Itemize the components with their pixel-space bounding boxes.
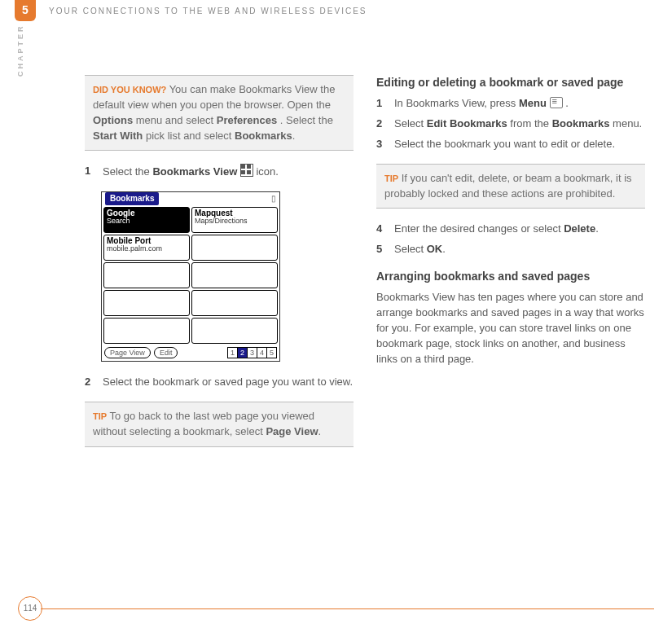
step-number: 3 [376, 137, 394, 152]
right-steps-2: 4 Enter the desired changes or select De… [376, 222, 645, 257]
step-text: from the [510, 117, 551, 130]
left-steps: 1 Select the Bookmarks View icon. [85, 164, 354, 180]
bookmark-cell: Google Search [103, 207, 190, 233]
step-text: menu. [613, 117, 642, 130]
left-steps-2: 2 Select the bookmark or saved page you … [85, 375, 354, 390]
content-columns: DID YOU KNOW? You can make Bookmarks Vie… [85, 75, 647, 460]
bookmark-cell [191, 235, 278, 261]
menu-icon [550, 97, 563, 108]
left-column: DID YOU KNOW? You can make Bookmarks Vie… [85, 75, 354, 460]
step-number: 2 [376, 116, 394, 132]
chapter-number-badge: 5 [15, 0, 36, 21]
step-bold: Delete [564, 222, 595, 235]
bookmarks-view-icon [240, 164, 253, 177]
step-text: Select [394, 117, 427, 130]
bookmark-cell: Mobile Port mobile.palm.com [103, 235, 190, 261]
right-column: Editing or deleting a bookmark or saved … [376, 75, 645, 460]
callout-tag: TIP [384, 174, 398, 183]
device-button-pageview: Page View [104, 347, 151, 358]
step-bold: Bookmarks [552, 117, 610, 130]
body-paragraph: Bookmarks View has ten pages where you c… [376, 290, 645, 367]
footer-rule [41, 608, 654, 609]
step-text: Select the bookmark or saved page you wa… [103, 375, 353, 390]
bookmark-cell [191, 318, 278, 344]
step-text: Select [394, 243, 427, 255]
bookmark-cell [103, 318, 190, 344]
callout-tag: DID YOU KNOW? [93, 85, 166, 94]
device-frame: Bookmarks ▯ Google Search Mapquest Maps/… [101, 191, 280, 362]
bookmark-cell [103, 290, 190, 316]
step-text: icon. [256, 165, 278, 178]
callout-text-3: . Select the [280, 114, 333, 126]
page: 5 CHAPTER YOUR CONNECTIONS TO THE WEB AN… [0, 0, 672, 637]
step-number: 2 [85, 375, 103, 390]
callout-tag: TIP [93, 411, 107, 421]
device-bookmark-grid: Google Search Mapquest Maps/Directions M… [102, 205, 279, 345]
step-number: 1 [376, 96, 394, 112]
step-text: Select the [103, 165, 152, 178]
right-steps: 1 In Bookmarks View, press Menu . 2 Sele… [376, 96, 645, 152]
callout-bold-4: Bookmarks [235, 130, 292, 142]
list-item: 1 Select the Bookmarks View icon. [85, 164, 354, 180]
step-text: Enter the desired changes or select [394, 222, 564, 235]
tip-callout: TIP To go back to the last web page you … [85, 402, 354, 447]
step-number: 4 [376, 222, 394, 237]
step-bold: Edit Bookmarks [427, 117, 507, 130]
step-bold: Menu [519, 97, 550, 109]
device-title: Bookmarks [105, 192, 159, 206]
step-number: 1 [85, 164, 103, 180]
subhead-editing: Editing or deleting a bookmark or saved … [376, 75, 645, 90]
callout-text-4: pick list and select [146, 130, 235, 142]
list-item: 4 Enter the desired changes or select De… [376, 222, 645, 237]
battery-icon: ▯ [271, 193, 276, 205]
list-item: 5 Select OK. [376, 242, 645, 257]
subhead-arranging: Arranging bookmarks and saved pages [376, 269, 645, 283]
bookmark-cell [191, 290, 278, 316]
step-text: In Bookmarks View, press [394, 97, 519, 109]
callout-bold-2: Preferences [217, 114, 277, 126]
tip-callout: TIP If you can't edit, delete, or beam a… [376, 164, 645, 209]
callout-bold: Page View [266, 425, 318, 437]
device-footer: Page View Edit 1 2 3 4 5 [102, 345, 279, 361]
running-head: YOUR CONNECTIONS TO THE WEB AND WIRELESS… [49, 7, 367, 15]
page-number: 114 [18, 596, 42, 621]
device-pager: 1 2 3 4 5 [227, 347, 277, 358]
list-item: 2 Select the bookmark or saved page you … [85, 375, 354, 390]
step-text: Select the bookmark you want to edit or … [394, 137, 615, 152]
did-you-know-callout: DID YOU KNOW? You can make Bookmarks Vie… [85, 75, 354, 151]
bookmark-cell [191, 262, 278, 288]
step-bold: Bookmarks View [152, 165, 239, 178]
list-item: 2 Select Edit Bookmarks from the Bookmar… [376, 116, 645, 132]
callout-text: If you can't edit, delete, or beam a boo… [384, 172, 632, 200]
callout-bold-3: Start With [93, 130, 143, 142]
list-item: 1 In Bookmarks View, press Menu . [376, 96, 645, 112]
device-screenshot: Bookmarks ▯ Google Search Mapquest Maps/… [101, 191, 279, 362]
device-titlebar: Bookmarks ▯ [102, 192, 279, 205]
step-number: 5 [376, 242, 394, 257]
device-button-edit: Edit [154, 347, 178, 358]
callout-bold-1: Options [93, 114, 133, 126]
step-bold: OK [427, 243, 443, 255]
chapter-label: CHAPTER [16, 24, 24, 77]
callout-text-2: menu and select [136, 114, 217, 126]
bookmark-cell [103, 262, 190, 288]
list-item: 3 Select the bookmark you want to edit o… [376, 137, 645, 152]
bookmark-cell: Mapquest Maps/Directions [191, 207, 278, 233]
